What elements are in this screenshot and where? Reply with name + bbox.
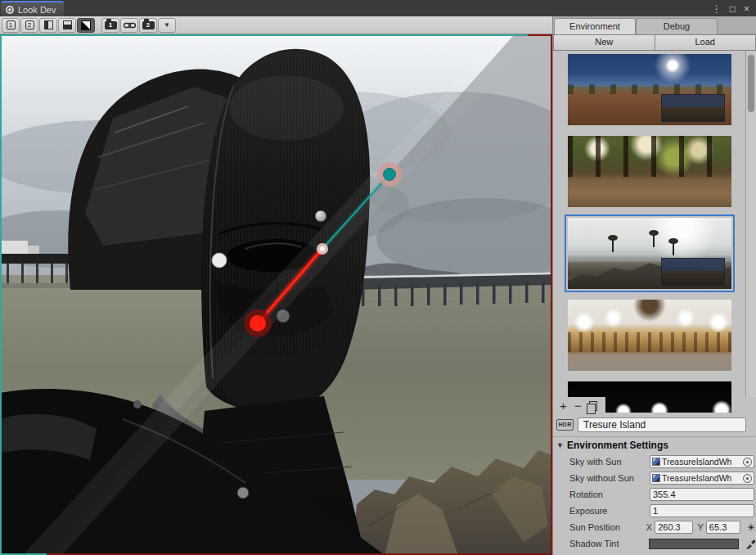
lookdev-window: Look Dev ⋮ □ × 1 2 — [0, 0, 756, 555]
env-list-toolbar: + − — [553, 397, 605, 415]
env-inset-preview — [661, 94, 725, 122]
lookdev-tab[interactable]: Look Dev — [1, 1, 64, 16]
sky-without-sun-object-field[interactable]: TreasureIslandWh — [650, 472, 754, 485]
foldout-triangle-icon: ▼ — [556, 441, 564, 449]
camera-1-icon: 1 — [105, 21, 117, 29]
gizmo-blend-handle[interactable] — [383, 168, 396, 181]
env-list-scrollbar[interactable] — [745, 51, 756, 397]
scrollbar-thumb[interactable] — [748, 55, 754, 112]
environment-panel: Environment Debug New Load — [552, 16, 756, 555]
stacked-view-button[interactable] — [58, 18, 76, 33]
remove-environment-button[interactable]: − — [572, 400, 584, 412]
camera-2-button[interactable]: 2 — [139, 18, 157, 33]
shadow-tint-color-swatch[interactable] — [649, 539, 740, 549]
window-menu-icon[interactable]: ⋮ — [712, 4, 722, 14]
link-cameras-button[interactable] — [120, 18, 138, 33]
link-icon — [124, 21, 136, 29]
duplicate-environment-icon[interactable] — [589, 401, 597, 411]
window-title: Look Dev — [18, 5, 56, 15]
sun-pick-icon[interactable]: ☀ — [746, 522, 756, 533]
sun-position-x-field[interactable]: 260.3 — [655, 521, 692, 534]
environment-name-field[interactable]: Tresure Island — [578, 417, 746, 432]
gizmo-center-handle[interactable] — [319, 246, 326, 252]
sun-position-label: Sun Position — [569, 522, 646, 532]
window-titlebar: Look Dev ⋮ □ × — [0, 0, 756, 16]
viewport-toolbar: 1 2 1 2 — [0, 16, 552, 34]
new-button[interactable]: New — [553, 34, 655, 51]
env-inset-preview — [661, 258, 725, 286]
palm-silhouette — [653, 234, 655, 247]
object-picker-icon[interactable] — [743, 474, 752, 483]
view2-right-border — [551, 34, 552, 555]
texture-icon — [652, 458, 660, 466]
close-icon[interactable]: × — [744, 4, 749, 14]
exposure-label: Exposure — [569, 506, 650, 516]
side-by-side-view-button[interactable] — [39, 18, 57, 33]
split-gizmo — [0, 34, 552, 555]
y-axis-label: Y — [698, 522, 704, 532]
shadow-tint-label: Shadow Tint — [569, 539, 649, 548]
horizontal-split-icon — [63, 20, 72, 29]
diagonal-split-icon — [81, 20, 91, 30]
diagonal-split-view-button[interactable] — [77, 18, 95, 33]
camera-1-button[interactable]: 1 — [101, 18, 119, 33]
single-view-1-button[interactable]: 1 — [2, 18, 20, 33]
single-view-2-button[interactable]: 2 — [20, 18, 38, 33]
environment-list: + − — [553, 51, 756, 415]
palm-silhouette — [673, 242, 674, 255]
gizmo-separator-handle[interactable] — [250, 315, 266, 332]
settings-header-label: Environment Settings — [567, 440, 668, 451]
tab-debug[interactable]: Debug — [636, 18, 718, 34]
object-picker-icon[interactable] — [743, 458, 752, 467]
x-axis-label: X — [646, 522, 652, 532]
view1-left-border — [0, 34, 2, 555]
env-thumbnail-forest[interactable] — [568, 136, 731, 207]
lookdev-viewport[interactable] — [0, 34, 552, 555]
texture-icon — [652, 474, 660, 482]
palm-silhouette — [612, 239, 614, 252]
lookdev-eye-icon — [6, 6, 14, 14]
env-thumbnail-sunny-plain[interactable] — [568, 54, 731, 125]
sky-with-sun-label: Sky with Sun — [569, 457, 650, 467]
eyedropper-icon[interactable] — [745, 539, 756, 549]
rotation-label: Rotation — [569, 490, 650, 499]
add-environment-button[interactable]: + — [557, 400, 569, 412]
rotation-field[interactable]: 355.4 — [650, 488, 754, 501]
env-thumbnail-church-interior[interactable] — [568, 300, 731, 371]
env-thumbnail-treasure-island[interactable] — [568, 218, 731, 289]
load-button[interactable]: Load — [655, 34, 756, 51]
camera-2-icon: 2 — [142, 21, 155, 29]
camera-options-dropdown[interactable]: ▼ — [158, 18, 176, 33]
sky-without-sun-label: Sky without Sun — [569, 473, 650, 483]
sun-position-y-field[interactable]: 65.3 — [706, 521, 740, 534]
vertical-split-icon — [44, 20, 53, 29]
maximize-icon[interactable]: □ — [730, 4, 736, 14]
chevron-down-icon: ▼ — [164, 21, 170, 29]
tab-environment[interactable]: Environment — [554, 18, 636, 34]
view2-top-border — [528, 34, 552, 36]
hdr-badge: HDR — [556, 419, 574, 431]
environment-settings-header[interactable]: ▼ Environment Settings — [553, 437, 756, 453]
view1-top-border — [0, 34, 528, 36]
sky-with-sun-object-field[interactable]: TreasureIslandWh — [650, 455, 754, 468]
exposure-field[interactable]: 1 — [650, 504, 754, 517]
